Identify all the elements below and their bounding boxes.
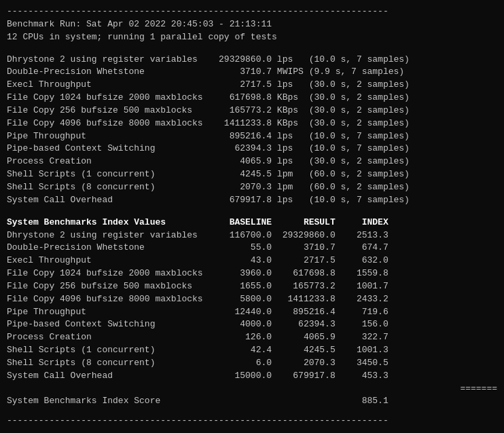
test-info: (30.0 s, 2 samples) xyxy=(309,92,410,102)
test-value: 62394.3 lps xyxy=(208,143,308,153)
test-info: (30.0 s, 2 samples) xyxy=(309,156,410,166)
idx-index: 674.7 xyxy=(336,242,389,252)
idx-name: Double-Precision Whetstone xyxy=(7,242,208,252)
idx-index: 719.6 xyxy=(336,307,389,317)
raw-result-row: Process Creation 4065.9 lps (30.0 s, 2 s… xyxy=(7,155,497,168)
idx-baseline: 4000.0 xyxy=(208,319,272,329)
idx-result: 2070.3 xyxy=(272,358,336,368)
test-value: 29329860.0 lps xyxy=(208,54,308,64)
idx-baseline: 3960.0 xyxy=(208,268,272,278)
idx-name: File Copy 256 bufsize 500 maxblocks xyxy=(7,281,208,291)
index-header-label: System Benchmarks Index Values xyxy=(7,217,208,227)
raw-result-row: File Copy 256 bufsize 500 maxblocks 1657… xyxy=(7,105,497,117)
idx-name: Dhrystone 2 using register variables xyxy=(7,230,208,240)
index-section: System Benchmarks Index Values BASELINE … xyxy=(7,216,497,428)
test-name: Pipe-based Context Switching xyxy=(7,143,208,153)
idx-result: 29329860.0 xyxy=(272,230,336,240)
idx-baseline: 12440.0 xyxy=(208,307,272,317)
idx-baseline: 42.4 xyxy=(208,345,272,355)
test-info: (60.0 s, 2 samples) xyxy=(309,169,410,179)
idx-result: 617698.8 xyxy=(272,268,336,278)
idx-baseline: 116700.0 xyxy=(208,230,272,240)
test-info: (30.0 s, 2 samples) xyxy=(309,118,410,128)
idx-result: 679917.8 xyxy=(272,371,336,381)
test-info: (10.0 s, 7 samples) xyxy=(309,54,410,64)
index-result-row: Double-Precision Whetstone 55.0 3710.7 6… xyxy=(7,242,497,255)
index-result-row: Dhrystone 2 using register variables 116… xyxy=(7,229,497,242)
index-result-row: Pipe-based Context Switching 4000.0 6239… xyxy=(7,318,497,331)
test-info: (10.0 s, 7 samples) xyxy=(309,143,410,153)
test-value: 895216.4 lps xyxy=(208,131,308,141)
score-row: System Benchmarks Index Score 885.1 xyxy=(7,395,497,408)
idx-baseline: 5800.0 xyxy=(208,294,272,304)
idx-index: 1001.7 xyxy=(336,281,389,291)
test-info: (10.0 s, 7 samples) xyxy=(309,195,410,205)
test-value: 3710.7 MWIPS xyxy=(208,67,308,77)
test-name: Dhrystone 2 using register variables xyxy=(7,54,208,64)
test-name: Pipe Throughput xyxy=(7,131,208,141)
raw-result-row: File Copy 4096 bufsize 8000 maxblocks 14… xyxy=(7,117,497,130)
idx-result: 4065.9 xyxy=(272,332,336,342)
idx-baseline: 6.0 xyxy=(208,358,272,368)
idx-baseline: 1655.0 xyxy=(208,281,272,291)
cpu-line: 12 CPUs in system; running 1 parallel co… xyxy=(7,32,277,42)
idx-baseline: 15000.0 xyxy=(208,371,272,381)
test-value: 2717.5 lps xyxy=(208,79,308,90)
test-name: File Copy 256 bufsize 500 maxblocks xyxy=(7,105,208,115)
idx-result: 4245.5 xyxy=(272,345,336,355)
idx-result: 3710.7 xyxy=(272,242,336,252)
score-value: 885.1 xyxy=(336,396,389,406)
idx-baseline: 55.0 xyxy=(208,242,272,252)
raw-result-row: Shell Scripts (8 concurrent) 2070.3 lpm … xyxy=(7,181,497,194)
index-header-baseline: BASELINE xyxy=(208,217,272,227)
equals-sign: ======= xyxy=(460,383,497,394)
raw-results-section: Dhrystone 2 using register variables 293… xyxy=(7,54,497,207)
terminal-output: ----------------------------------------… xyxy=(7,5,497,44)
test-value: 4065.9 lps xyxy=(208,156,308,166)
test-name: File Copy 4096 bufsize 8000 maxblocks xyxy=(7,118,208,128)
index-result-row: File Copy 1024 bufsize 2000 maxblocks 39… xyxy=(7,267,497,280)
idx-index: 2433.2 xyxy=(336,294,389,304)
top-divider: ----------------------------------------… xyxy=(7,6,389,16)
test-info: (9.9 s, 7 samples) xyxy=(309,67,404,77)
test-info: (30.0 s, 2 samples) xyxy=(309,79,410,90)
idx-name: Pipe-based Context Switching xyxy=(7,319,208,329)
index-header-index: INDEX xyxy=(336,217,389,227)
test-value: 4245.5 lpm xyxy=(208,169,308,179)
equals-line: ======= xyxy=(7,383,497,396)
idx-name: Process Creation xyxy=(7,332,208,342)
idx-baseline: 43.0 xyxy=(208,255,272,265)
idx-name: File Copy 4096 bufsize 8000 maxblocks xyxy=(7,294,208,304)
index-result-row: Process Creation 126.0 4065.9 322.7 xyxy=(7,331,497,344)
idx-index: 322.7 xyxy=(336,332,389,342)
idx-index: 632.0 xyxy=(336,255,389,265)
idx-index: 2513.3 xyxy=(336,230,389,240)
test-value: 679917.8 lps xyxy=(208,195,308,205)
idx-result: 165773.2 xyxy=(272,281,336,291)
index-result-row: Shell Scripts (1 concurrent) 42.4 4245.5… xyxy=(7,344,497,357)
raw-result-row: Pipe-based Context Switching 62394.3 lps… xyxy=(7,143,497,155)
benchmark-run-line: Benchmark Run: Sat Apr 02 2022 20:45:03 … xyxy=(7,19,272,29)
index-result-row: File Copy 4096 bufsize 8000 maxblocks 58… xyxy=(7,293,497,306)
index-result-row: Pipe Throughput 12440.0 895216.4 719.6 xyxy=(7,306,497,319)
idx-name: Execl Throughput xyxy=(7,255,208,265)
idx-index: 453.3 xyxy=(336,371,389,381)
index-result-row: System Call Overhead 15000.0 679917.8 45… xyxy=(7,370,497,383)
test-info: (30.0 s, 2 samples) xyxy=(309,105,410,115)
idx-index: 1001.3 xyxy=(336,345,389,355)
raw-result-row: Pipe Throughput 895216.4 lps (10.0 s, 7 … xyxy=(7,130,497,143)
test-info: (10.0 s, 7 samples) xyxy=(309,131,410,141)
idx-baseline: 126.0 xyxy=(208,332,272,342)
idx-name: File Copy 1024 bufsize 2000 maxblocks xyxy=(7,268,208,278)
idx-name: Shell Scripts (1 concurrent) xyxy=(7,345,208,355)
idx-result: 895216.4 xyxy=(272,307,336,317)
idx-index: 3450.5 xyxy=(336,358,389,368)
test-name: Shell Scripts (8 concurrent) xyxy=(7,182,208,192)
raw-result-row: Shell Scripts (1 concurrent) 4245.5 lpm … xyxy=(7,168,497,181)
idx-index: 156.0 xyxy=(336,319,389,329)
test-value: 2070.3 lpm xyxy=(208,182,308,192)
index-result-row: File Copy 256 bufsize 500 maxblocks 1655… xyxy=(7,280,497,293)
test-value: 1411233.8 KBps xyxy=(208,118,308,128)
raw-result-row: Dhrystone 2 using register variables 293… xyxy=(7,54,497,67)
idx-result: 62394.3 xyxy=(272,319,336,329)
